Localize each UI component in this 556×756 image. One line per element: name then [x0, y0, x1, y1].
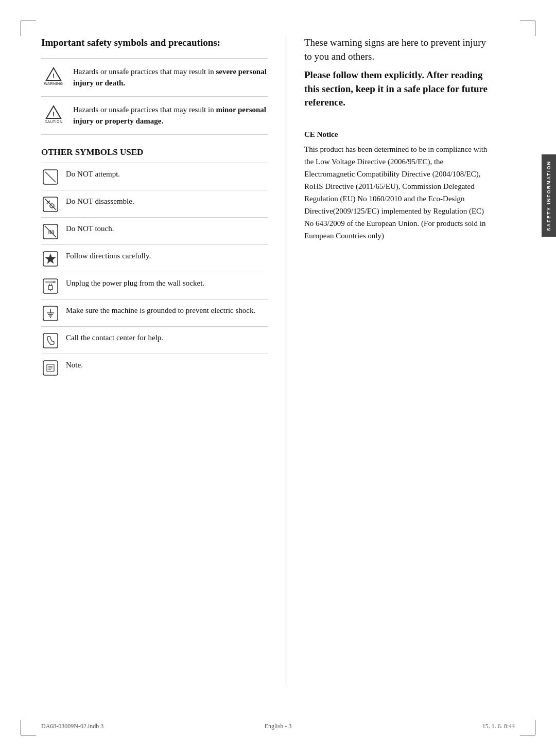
right-subheading: Please follow them explicitly. After rea… [304, 68, 494, 110]
symbol-text-call-center: Call the contact center for help. [66, 332, 268, 344]
warning-label: WARNING [44, 82, 63, 85]
symbol-text-note: Note. [66, 359, 268, 371]
left-heading: Important safety symbols and precautions… [41, 36, 268, 50]
symbol-text-no-attempt: Do NOT attempt. [66, 168, 268, 180]
symbol-row-note: Note. [41, 354, 268, 381]
footer-right: 15. 1. 6. 8:44 [482, 723, 515, 730]
svg-line-8 [45, 199, 56, 210]
symbol-text-unplug: Unplug the power plug from the wall sock… [66, 277, 268, 289]
svg-text:!: ! [53, 72, 55, 80]
symbol-text-follow-directions: Follow directions carefully. [66, 250, 268, 262]
corner-mark-br-h [520, 735, 535, 735]
corner-mark-tr-v [535, 21, 535, 36]
symbol-row-no-touch: Do NOT touch. [41, 217, 268, 244]
svg-line-10 [45, 226, 56, 237]
no-attempt-icon [41, 168, 60, 185]
warning-row: ! WARNING Hazards or unsafe practices th… [41, 59, 268, 97]
right-heading: These warning signs are here to prevent … [304, 36, 494, 63]
corner-mark-bl-h [21, 735, 36, 735]
svg-rect-20 [43, 306, 58, 321]
symbol-row-unplug: Unplug the power plug from the wall sock… [41, 272, 268, 299]
safety-information-tab: SAFETY INFORMATION [542, 154, 556, 237]
follow-directions-icon [41, 250, 60, 267]
symbol-row-follow-directions: Follow directions carefully. [41, 244, 268, 272]
unplug-icon [41, 277, 60, 294]
corner-mark-tr-h [520, 21, 535, 21]
svg-rect-14 [48, 286, 53, 290]
symbol-row-no-attempt: Do NOT attempt. [41, 163, 268, 190]
ce-notice-heading: CE Notice [304, 130, 494, 139]
warning-text: Hazards or unsafe practices that may res… [73, 66, 268, 89]
ce-notice-text: This product has been determined to be i… [304, 143, 494, 242]
right-column: These warning signs are here to prevent … [304, 36, 515, 684]
warning-icon-cell: ! WARNING [41, 66, 66, 85]
grounded-icon [41, 305, 60, 321]
warning-text-plain: Hazards or unsafe practices that may res… [73, 67, 216, 76]
side-tab-label: SAFETY INFORMATION [546, 161, 551, 231]
no-disassemble-icon [41, 196, 60, 212]
svg-text:!: ! [53, 110, 55, 118]
caution-label: CAUTION [45, 120, 63, 124]
symbol-row-call-center: Call the contact center for help. [41, 326, 268, 354]
svg-marker-19 [54, 281, 56, 283]
other-symbols-heading: Other Symbols Used [41, 147, 268, 163]
column-divider [286, 36, 286, 684]
caution-row: ! CAUTION Hazards or unsafe practices th… [41, 97, 268, 135]
footer: DA68-03009N-02.indb 3 English - 3 15. 1.… [0, 723, 556, 730]
svg-rect-26 [43, 333, 58, 348]
svg-line-5 [45, 172, 56, 182]
corner-mark-tl-v [21, 21, 21, 36]
caution-text: Hazards or unsafe practices that may res… [73, 104, 268, 127]
symbol-row-grounded: Make sure the machine is grounded to pre… [41, 299, 268, 326]
svg-marker-12 [45, 254, 56, 263]
caution-icon: ! [45, 105, 62, 119]
caution-icon-cell: ! CAUTION [41, 104, 66, 124]
page: Important safety symbols and precautions… [0, 0, 556, 756]
note-icon [41, 359, 60, 376]
no-touch-icon [41, 223, 60, 239]
symbol-text-no-touch: Do NOT touch. [66, 223, 268, 235]
caution-text-plain: Hazards or unsafe practices that may res… [73, 106, 216, 114]
left-column: Important safety symbols and precautions… [41, 36, 268, 684]
main-content: Important safety symbols and precautions… [41, 36, 515, 684]
footer-left: DA68-03009N-02.indb 3 [41, 723, 103, 730]
other-symbols-table: Do NOT attempt. Do NOT d [41, 163, 268, 381]
corner-mark-tl-h [21, 21, 36, 21]
footer-center: English - 3 [265, 723, 292, 730]
symbol-text-grounded: Make sure the machine is grounded to pre… [66, 305, 268, 317]
safety-symbols-table: ! WARNING Hazards or unsafe practices th… [41, 58, 268, 135]
call-center-icon [41, 332, 60, 348]
symbol-text-no-disassemble: Do NOT disassemble. [66, 196, 268, 207]
symbol-row-no-disassemble: Do NOT disassemble. [41, 190, 268, 217]
warning-icon: ! [45, 67, 62, 81]
